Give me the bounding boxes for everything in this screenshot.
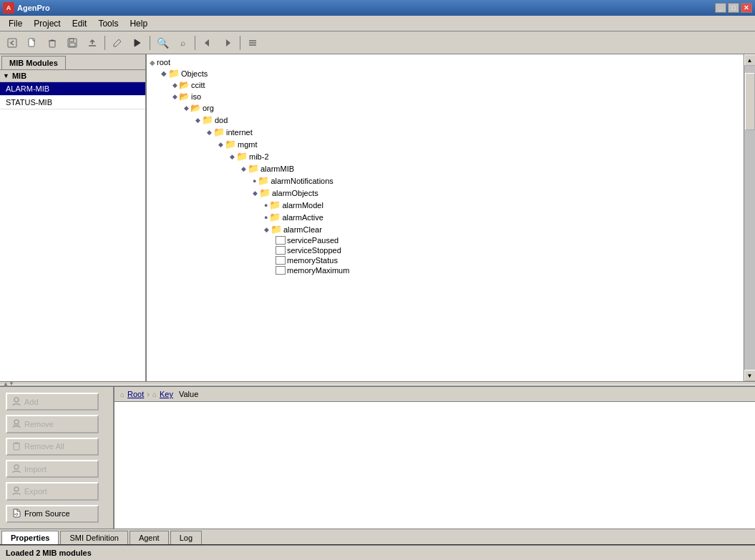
menu-project[interactable]: Project [28,17,66,30]
mgmt-folder-icon: 📁 [225,139,236,149]
menu-file[interactable]: File [3,17,28,30]
alarmobjects-diamond: ◆ [253,190,258,197]
tree-node-dod[interactable]: ◆ 📁 dod [150,114,741,126]
scroll-track[interactable] [744,66,756,370]
tab-smi-definition[interactable]: SMI Definition [60,531,127,544]
tree-node-alarmclear[interactable]: ◆ 📁 alarmClear [150,223,741,235]
new-button[interactable] [23,34,42,51]
prev-button[interactable] [198,34,217,51]
toolbar: 🔍 ⌕ [0,31,755,54]
minimize-btn[interactable]: _ [715,3,726,13]
internet-diamond: ◆ [207,129,212,136]
tree-scrollbar[interactable]: ▲ ▼ [744,54,755,381]
status-text: Loaded 2 MIB modules [6,549,92,557]
tree-node-ccitt[interactable]: ◆ 📂 ccitt [150,79,741,91]
mib2-diamond: ◆ [230,153,235,160]
action-panel: Add Remove Remove All Import [0,387,115,529]
leaf-icon-servicepaused [276,236,286,245]
tab-log[interactable]: Log [170,531,202,544]
tree-node-memorymaximum[interactable]: memoryMaximum [150,265,741,275]
alarmmodel-label: alarmModel [282,201,323,210]
add-button[interactable]: Add [6,393,99,411]
save-button[interactable] [63,34,82,51]
menu-edit[interactable]: Edit [67,17,93,30]
alarmclear-folder-icon: 📁 [271,224,282,235]
tree-node-servicestopped[interactable]: serviceStopped [150,245,741,255]
mib-modules-tab[interactable]: MIB Modules [1,56,66,69]
mib-item-status[interactable]: STATUS-MIB [0,96,145,109]
remove-all-button[interactable]: Remove All [6,438,99,456]
sidebar-content: ▼ MIB ALARM-MIB STATUS-MIB [0,70,145,381]
remove-all-icon [11,441,21,452]
tree-node-alarmmodel[interactable]: ● 📁 alarmModel [150,199,741,211]
separator-4 [240,36,240,50]
edit-button[interactable] [108,34,127,51]
close-btn[interactable]: ✕ [741,3,752,13]
separator-2 [150,36,150,50]
memorystatus-label: memoryStatus [287,256,338,265]
ccitt-diamond: ◆ [172,82,177,89]
mib-item-alarm[interactable]: ALARM-MIB [0,82,145,96]
tree-node-iso[interactable]: ◆ 📂 iso [150,91,741,102]
tree-scroll-area: ◆ root ◆ 📁 Objects [147,54,755,381]
tree-node-servicepaused[interactable]: servicePaused [150,235,741,245]
menu-help[interactable]: Help [124,17,153,30]
alarmnotifs-label: alarmNotifications [271,177,333,185]
tree-node-internet[interactable]: ◆ 📁 internet [150,126,741,138]
upper-panel: MIB Modules ▼ MIB ALARM-MIB STATUS-MIB ◆ [0,54,755,381]
objects-folder-icon: 📁 [168,68,180,79]
iso-label: iso [191,92,201,101]
tree-view[interactable]: ◆ root ◆ 📁 Objects [147,54,744,381]
back-button[interactable] [3,34,21,51]
tree-node-objects[interactable]: ◆ 📁 Objects [150,67,741,79]
kv-value-label: Value [179,390,198,398]
tree-node-mgmt[interactable]: ◆ 📁 mgmt [150,138,741,150]
delete-button[interactable] [43,34,62,51]
tree-node-memorystatus[interactable]: memoryStatus [150,255,741,265]
tree-node-alarmnotifs[interactable]: ● 📁 alarmNotifications [150,175,741,187]
kv-key-link[interactable]: Key [160,390,173,398]
tab-properties[interactable]: Properties [1,531,59,544]
root-expand-icon: ◆ [150,59,155,67]
tree-node-alarmactive[interactable]: ● 📁 alarmActive [150,211,741,223]
mib-group: ▼ MIB [0,70,145,82]
next-button[interactable] [218,34,237,51]
tree-node-mib2[interactable]: ◆ 📁 mib-2 [150,150,741,162]
separator-1 [104,36,105,50]
upload-button[interactable] [83,34,102,51]
export-button[interactable]: Export [6,482,99,500]
leaf-icon-servicestopped [276,246,286,255]
app-icon: A [3,2,14,14]
scroll-thumb[interactable] [745,73,755,130]
mib-group-arrow: ▼ [3,72,9,79]
search-button[interactable]: 🔍 [153,34,172,51]
title-bar: A AgenPro _ □ ✕ [0,0,755,16]
tree-node-root[interactable]: ◆ root [150,57,741,67]
ccitt-label: ccitt [191,81,205,89]
remove-button[interactable]: Remove [6,415,99,433]
search2-button[interactable]: ⌕ [173,34,192,51]
tree-node-org[interactable]: ◆ 📂 org [150,102,741,114]
iso-folder-icon: 📂 [179,92,190,102]
scroll-down-btn[interactable]: ▼ [744,370,756,381]
lower-panel: Add Remove Remove All Import [0,385,755,529]
run-button[interactable] [128,34,147,51]
kv-root-link[interactable]: Root [127,390,144,398]
org-label: org [203,104,214,112]
from-source-button[interactable]: From Source [6,505,99,523]
bottom-tabs: Properties SMI Definition Agent Log [0,529,755,544]
menu-tools[interactable]: Tools [92,17,124,30]
tree-node-alarmobjects[interactable]: ◆ 📁 alarmObjects [150,187,741,199]
alarmactive-diamond: ● [264,214,268,221]
maximize-btn[interactable]: □ [728,3,739,13]
alarmmodel-folder-icon: 📁 [269,200,281,210]
list-button[interactable] [243,34,262,51]
import-button[interactable]: Import [6,460,99,478]
tree-node-alarmmib[interactable]: ◆ 📁 alarmMIB [150,162,741,175]
dod-label: dod [215,116,228,124]
mib-group-label: MIB [12,72,26,80]
tab-agent[interactable]: Agent [130,531,169,544]
svg-point-11 [14,398,19,402]
scroll-up-btn[interactable]: ▲ [744,54,756,66]
internet-folder-icon: 📁 [213,127,225,137]
